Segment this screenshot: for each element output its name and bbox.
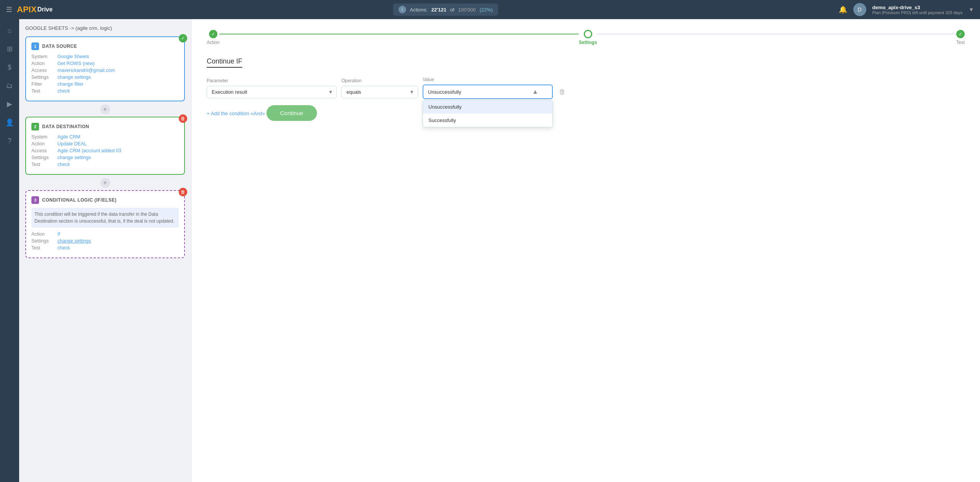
add-condition-and[interactable]: + Add the condition «And» bbox=[207, 111, 265, 116]
card-row-settings-1: Settings change settings bbox=[31, 75, 179, 80]
card-label-settings-3: Settings bbox=[31, 238, 54, 244]
step-test: ✓ Test bbox=[956, 30, 965, 45]
card-value-settings-3[interactable]: change settings bbox=[57, 238, 91, 244]
sidebar-item-grid[interactable]: ⊞ bbox=[2, 41, 17, 57]
step-circle-settings bbox=[584, 30, 592, 38]
chevron-down-icon[interactable]: ▼ bbox=[969, 7, 974, 13]
operation-label: Operation bbox=[341, 78, 418, 83]
card-row-test-2: Test check bbox=[31, 162, 179, 167]
card-row-test-1: Test check bbox=[31, 88, 179, 94]
header: ☰ APIXDrive i Actions: 22'121 of 100'000… bbox=[0, 0, 980, 19]
dropdown-item-successfully[interactable]: Successfully bbox=[423, 114, 552, 127]
sidebar-item-home[interactable]: ⌂ bbox=[2, 23, 17, 38]
condition-row: Parameter Execution result ▼ Operation e… bbox=[207, 77, 965, 99]
delete-badge-2[interactable]: 🗑 bbox=[179, 114, 187, 123]
value-dropdown-arrow-icon: ▲ bbox=[532, 88, 538, 95]
card-row-filter-1: Filter change filter bbox=[31, 81, 179, 87]
continue-button[interactable]: Continue bbox=[266, 105, 317, 121]
actions-pct: (22%) bbox=[480, 7, 493, 13]
card-row-system-2: System Agile CRM bbox=[31, 134, 179, 140]
card-row-action-1: Action Get ROWS (new) bbox=[31, 61, 179, 66]
card-value-action-2[interactable]: Update DEAL bbox=[57, 141, 87, 147]
card-row-test-3: Test check bbox=[31, 245, 179, 251]
user-name: demo_apix-drive_s3 bbox=[872, 5, 963, 10]
card-label-filter-1: Filter bbox=[31, 81, 54, 87]
card-value-access-2[interactable]: Agile CRM (account added 03 bbox=[57, 148, 121, 153]
card-value-action-1[interactable]: Get ROWS (new) bbox=[57, 61, 95, 66]
bell-icon[interactable]: 🔔 bbox=[839, 5, 847, 14]
card-label-action-2: Action bbox=[31, 141, 54, 147]
card-row-access-2: Access Agile CRM (account added 03 bbox=[31, 148, 179, 153]
card-row-action-2: Action Update DEAL bbox=[31, 141, 179, 147]
step-line-1 bbox=[219, 34, 579, 34]
sidebar-item-briefcase[interactable]: 🗂 bbox=[2, 78, 17, 93]
header-right: 🔔 D demo_apix-drive_s3 Plan |Premium PRO… bbox=[839, 3, 974, 16]
logo-drive: Drive bbox=[37, 6, 52, 13]
sidebar-item-user[interactable]: 👤 bbox=[2, 115, 17, 130]
card-label-system-1: System bbox=[31, 54, 54, 59]
card-row-action-3: Action If bbox=[31, 231, 179, 237]
card-description-3: This condition will be triggered if the … bbox=[31, 208, 179, 228]
breadcrumb: GOOGLE SHEETS -> (agile crm, logic) bbox=[25, 25, 185, 31]
step-action: ✓ Action bbox=[207, 30, 219, 45]
section-title: Continue IF bbox=[207, 57, 242, 68]
card-number-3: 3 bbox=[31, 196, 39, 204]
delete-badge-3[interactable]: 🗑 bbox=[179, 188, 187, 196]
step-circle-test: ✓ bbox=[956, 30, 965, 38]
plus-connector-1[interactable]: + bbox=[100, 104, 110, 114]
left-panel: GOOGLE SHEETS -> (agile crm, logic) ✓ 1 … bbox=[19, 19, 191, 482]
card-label-system-2: System bbox=[31, 134, 54, 140]
actions-count: 22'121 bbox=[431, 7, 446, 13]
delete-condition-button[interactable]: 🗑 bbox=[557, 88, 566, 96]
add-condition-and-label: + Add the condition «And» bbox=[207, 111, 265, 116]
sidebar-item-help[interactable]: ? bbox=[2, 133, 17, 148]
card-value-filter-1[interactable]: change filter bbox=[57, 81, 83, 87]
card-value-access-1[interactable]: maverickandrii@gmail.com bbox=[57, 68, 115, 73]
value-selected-text: Unsuccessfully bbox=[428, 89, 461, 95]
check-badge-1: ✓ bbox=[179, 34, 187, 42]
card-value-system-1[interactable]: Google Sheets bbox=[57, 54, 89, 59]
card-value-system-2[interactable]: Agile CRM bbox=[57, 134, 80, 140]
card-header-2: 2 DATA DESTINATION bbox=[31, 123, 179, 130]
parameter-select[interactable]: Execution result bbox=[207, 86, 337, 98]
logo: APIXDrive bbox=[17, 5, 52, 15]
plus-connector-2[interactable]: + bbox=[100, 178, 110, 188]
card-row-settings-2: Settings change settings bbox=[31, 155, 179, 160]
card-value-test-3[interactable]: check bbox=[57, 245, 70, 251]
card-value-action-3[interactable]: If bbox=[57, 231, 60, 237]
card-row-access-1: Access maverickandrii@gmail.com bbox=[31, 68, 179, 73]
operation-select-wrapper: equals ▼ bbox=[341, 86, 418, 98]
card-label-settings-2: Settings bbox=[31, 155, 54, 160]
main-content: GOOGLE SHEETS -> (agile crm, logic) ✓ 1 … bbox=[19, 19, 980, 482]
card-label-test-3: Test bbox=[31, 245, 54, 251]
card-value-settings-2[interactable]: change settings bbox=[57, 155, 91, 160]
dropdown-item-unsuccessfully[interactable]: Unsuccessfully bbox=[423, 100, 552, 114]
sidebar-item-dollar[interactable]: $ bbox=[2, 60, 17, 75]
card-data-destination: 🗑 2 DATA DESTINATION System Agile CRM Ac… bbox=[25, 117, 185, 175]
card-row-system-1: System Google Sheets bbox=[31, 54, 179, 59]
card-label-access-1: Access bbox=[31, 68, 54, 73]
step-label-settings: Settings bbox=[579, 40, 597, 45]
card-label-action-1: Action bbox=[31, 61, 54, 66]
operation-select[interactable]: equals bbox=[341, 86, 418, 98]
card-value-test-1[interactable]: check bbox=[57, 88, 70, 94]
value-dropdown-trigger[interactable]: Unsuccessfully ▲ bbox=[423, 85, 553, 99]
step-circle-action: ✓ bbox=[209, 30, 217, 38]
actions-label: Actions: bbox=[410, 7, 428, 13]
card-label-test-2: Test bbox=[31, 162, 54, 167]
step-settings: Settings bbox=[579, 30, 597, 45]
card-header-1: 1 DATA SOURCE bbox=[31, 42, 179, 50]
step-line-2 bbox=[597, 34, 956, 34]
card-label-settings-1: Settings bbox=[31, 75, 54, 80]
card-value-settings-1[interactable]: change settings bbox=[57, 75, 91, 80]
card-value-test-2[interactable]: check bbox=[57, 162, 70, 167]
progress-bar: ✓ Action Settings ✓ Test bbox=[207, 30, 965, 45]
trash-icon: 🗑 bbox=[559, 88, 566, 96]
parameter-label: Parameter bbox=[207, 78, 337, 83]
parameter-field: Parameter Execution result ▼ bbox=[207, 78, 337, 98]
sidebar-item-play[interactable]: ▶ bbox=[2, 96, 17, 112]
actions-limit: 100'000 bbox=[458, 7, 476, 13]
avatar: D bbox=[853, 3, 866, 16]
step-label-test: Test bbox=[956, 40, 965, 45]
hamburger-icon[interactable]: ☰ bbox=[6, 5, 12, 14]
